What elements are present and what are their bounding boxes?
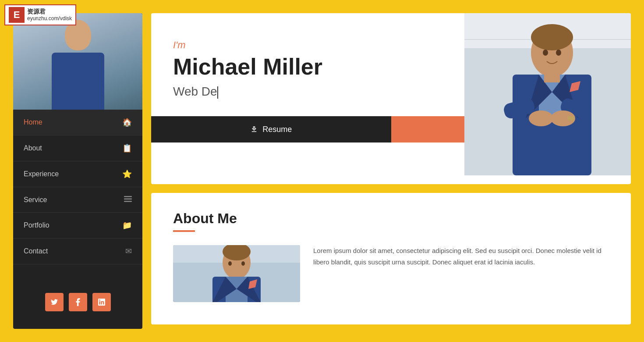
about-content: Lorem ipsum dolor sit amet, consectetur … xyxy=(173,245,609,302)
sidebar-item-home[interactable]: Home 🏠 xyxy=(13,110,142,135)
svg-rect-0 xyxy=(124,196,132,197)
about-section-title: About Me xyxy=(173,210,609,227)
sidebar-person-figure xyxy=(43,18,113,110)
portfolio-icon: 📁 xyxy=(122,221,132,230)
service-icon xyxy=(124,195,132,204)
resume-button[interactable]: Resume xyxy=(151,116,391,142)
sidebar-item-service[interactable]: Service xyxy=(13,187,142,213)
sidebar-item-portfolio[interactable]: Portfolio 📁 xyxy=(13,213,142,239)
sidebar-item-contact[interactable]: Contact ✉ xyxy=(13,239,142,264)
person-body xyxy=(52,53,104,110)
svg-rect-17 xyxy=(567,116,574,121)
hero-role: Web De xyxy=(173,85,609,99)
sidebar-item-about[interactable]: About 📋 xyxy=(13,135,142,161)
about-photo xyxy=(173,245,300,302)
page-layout: Home 🏠 About 📋 Experience ⭐ Service xyxy=(0,0,644,342)
hero-im-label: I'm xyxy=(173,39,609,51)
sidebar-social xyxy=(13,280,142,329)
section-underline xyxy=(173,230,195,232)
watermark-letter: E xyxy=(9,7,25,23)
watermark-brand: 资源君 xyxy=(27,7,72,15)
svg-rect-2 xyxy=(124,201,132,202)
experience-icon: ⭐ xyxy=(122,169,132,179)
twitter-button[interactable] xyxy=(45,293,64,311)
hero-text-area: I'm Michael Miller Web De xyxy=(151,13,631,116)
main-content: I'm Michael Miller Web De xyxy=(151,13,631,329)
hero-card: I'm Michael Miller Web De xyxy=(151,13,631,184)
facebook-button[interactable] xyxy=(69,293,87,311)
sidebar-item-experience[interactable]: Experience ⭐ xyxy=(13,161,142,187)
typing-cursor xyxy=(217,86,218,99)
about-body-text: Lorem ipsum dolor sit amet, consectetur … xyxy=(313,245,609,302)
svg-point-30 xyxy=(228,261,232,266)
sidebar: Home 🏠 About 📋 Experience ⭐ Service xyxy=(13,13,142,329)
hero-name: Michael Miller xyxy=(173,54,609,79)
home-icon: 🏠 xyxy=(122,118,132,127)
contact-icon: ✉ xyxy=(125,246,132,256)
svg-rect-1 xyxy=(124,199,132,200)
watermark-url: eyunzhu.com/vdisk xyxy=(27,15,72,22)
sidebar-photo xyxy=(13,13,142,110)
linkedin-button[interactable] xyxy=(92,293,111,311)
about-icon: 📋 xyxy=(122,143,132,153)
watermark: E 资源君 eyunzhu.com/vdisk xyxy=(4,4,76,25)
about-card: About Me xyxy=(151,193,631,324)
svg-point-31 xyxy=(241,261,245,266)
sidebar-nav: Home 🏠 About 📋 Experience ⭐ Service xyxy=(13,110,142,280)
